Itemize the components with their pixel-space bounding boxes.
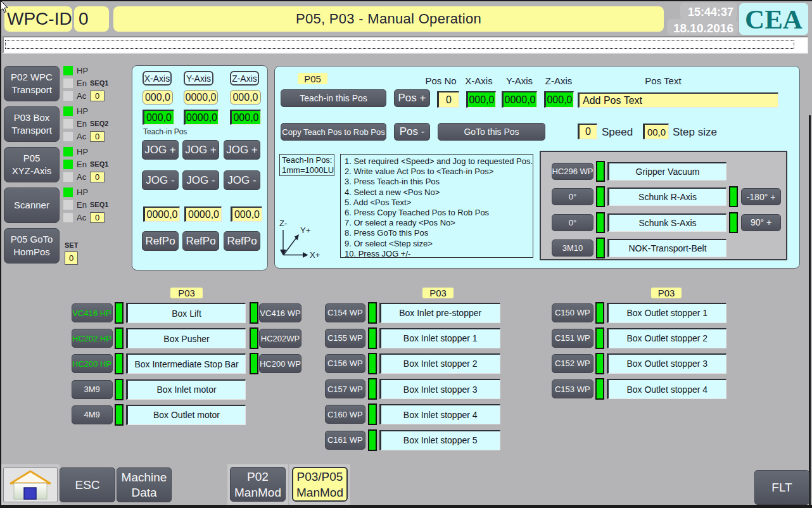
svg-text:Y+: Y+ [300,225,310,235]
svg-text:X+: X+ [310,250,320,260]
svg-text:Z-: Z- [279,219,287,228]
